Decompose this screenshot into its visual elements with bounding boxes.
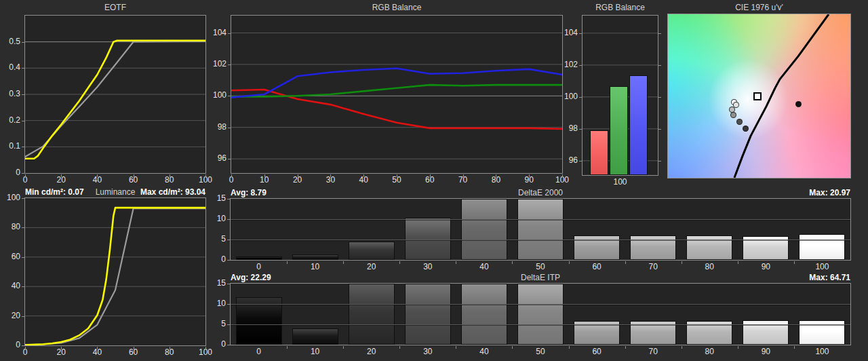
y-tick-mark-right: [658, 97, 661, 98]
y-tick-mark-right: [658, 161, 661, 162]
x-category-label: 60: [580, 347, 614, 357]
measurement-point: [743, 126, 749, 132]
rgb-balance-lines-chart-title: RGB Balance: [231, 3, 562, 12]
x-tick-mark: [298, 174, 298, 177]
x-tick-mark: [569, 261, 570, 264]
y-tick-mark: [227, 324, 230, 325]
y-tick-mark: [227, 260, 230, 261]
x-tick-mark: [61, 174, 62, 177]
x-tick-mark: [170, 174, 170, 177]
calibration-dashboard: EOTF Min cd/m²: 0.07 Luminance Max cd/m²…: [0, 0, 868, 361]
y-tick-label: 100: [555, 92, 578, 102]
x-tick-mark: [625, 261, 626, 264]
cie-plot: [667, 14, 851, 178]
y-tick-label: 102: [555, 60, 578, 70]
deltae-bar: [349, 242, 395, 260]
y-tick-label: 80: [0, 222, 20, 232]
y-tick-label: 20: [0, 311, 20, 321]
deltae-bar: [517, 199, 564, 260]
x-tick-mark: [794, 261, 795, 264]
y-tick-label: 102: [203, 59, 226, 69]
y-tick-mark: [22, 286, 24, 287]
y-tick-label: 96: [555, 155, 578, 166]
x-tick-mark: [134, 347, 134, 349]
x-tick-mark: [25, 174, 26, 177]
deltae-bar: [292, 254, 338, 260]
measurement-point: [730, 112, 736, 118]
x-category-label: 20: [355, 347, 389, 357]
x-tick-mark: [456, 346, 456, 349]
x-category-label: 30: [411, 262, 445, 272]
y-tick-label: 98: [203, 122, 226, 132]
x-tick-mark: [343, 261, 344, 264]
grid-line: [231, 219, 850, 220]
x-tick-mark: [231, 174, 232, 177]
x-category-label: 70: [636, 347, 670, 357]
x-tick-mark: [205, 174, 206, 177]
x-category-label: 10: [298, 347, 332, 357]
x-tick-mark: [738, 261, 738, 264]
x-tick-mark: [330, 174, 331, 177]
y-tick-label: 100: [203, 90, 226, 100]
y-tick-label: 15: [203, 278, 226, 288]
y-tick-mark: [227, 240, 230, 240]
x-category-label: 90: [749, 347, 783, 357]
x-category-label: 20: [355, 262, 389, 272]
y-tick-label: 0.5: [0, 37, 20, 47]
x-category-label: 0: [242, 347, 276, 357]
x-tick-mark: [134, 174, 134, 177]
deltae-bar: [461, 284, 507, 345]
de2000-plot: [230, 198, 851, 261]
deltae-bar: [292, 328, 338, 345]
y-tick-mark: [579, 97, 582, 98]
x-category-label: 70: [636, 262, 670, 272]
series-line-reference: [25, 41, 205, 157]
deltae-bar: [349, 284, 395, 345]
y-tick-label: 15: [203, 193, 226, 204]
y-tick-mark: [22, 68, 24, 69]
y-tick-label: 5: [203, 319, 226, 329]
x-category-label: 50: [524, 262, 557, 272]
rgb-bar-red: [590, 130, 608, 175]
locus-line: [734, 14, 829, 178]
y-tick-label: 104: [203, 28, 226, 38]
x-tick-mark: [682, 346, 682, 349]
x-tick-mark: [512, 346, 513, 349]
y-tick-mark: [228, 96, 231, 96]
x-tick-mark: [61, 347, 62, 349]
luminance-max-label: Max cd/m²: 93.04: [25, 187, 205, 197]
x-tick-mark: [456, 261, 456, 264]
rgb-bar-green: [610, 86, 628, 175]
x-tick-mark: [363, 174, 364, 177]
y-tick-mark: [579, 65, 582, 66]
y-tick-label: 96: [203, 153, 226, 164]
y-tick-mark: [228, 159, 231, 159]
x-tick-mark: [399, 261, 400, 264]
x-tick-mark: [97, 347, 98, 349]
x-category-label: 40: [467, 262, 501, 272]
y-tick-mark: [227, 199, 230, 200]
y-tick-label: 100: [0, 193, 20, 203]
y-tick-mark: [228, 33, 231, 34]
target-marker: [753, 92, 762, 100]
deitp-max-label: Max: 64.71: [231, 273, 850, 282]
y-tick-mark: [22, 316, 24, 317]
y-tick-label: 0: [203, 339, 226, 349]
y-tick-mark: [227, 304, 230, 305]
y-tick-mark-right: [658, 129, 661, 130]
y-tick-mark: [22, 121, 24, 121]
rgb-balance-bars-plot: [582, 15, 658, 176]
x-category-label: 40: [467, 347, 501, 357]
deltae-bar: [236, 256, 282, 260]
deitp-plot: [230, 283, 851, 345]
series-line-measured: [25, 208, 205, 345]
x-tick-mark: [264, 174, 265, 177]
grid-line: [231, 324, 850, 325]
x-tick-mark: [287, 261, 288, 264]
cie-chart-title: CIE 1976 u'v': [668, 3, 850, 12]
y-tick-mark: [22, 227, 24, 228]
measurement-point: [795, 101, 802, 107]
y-tick-mark: [227, 219, 230, 220]
x-tick-mark: [399, 346, 400, 349]
y-tick-mark: [22, 198, 24, 199]
